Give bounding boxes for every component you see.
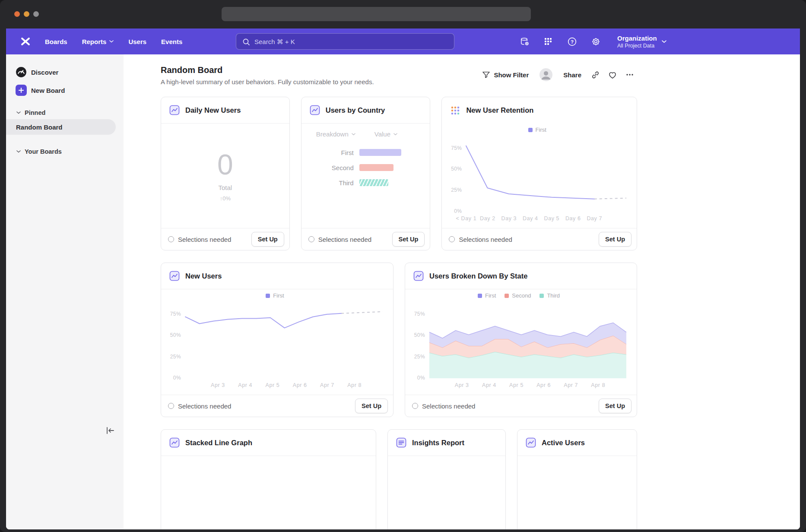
chevron-down-icon [662,40,666,43]
sidebar-item-random-board[interactable]: Random Board [6,119,116,135]
page-subtitle: A high-level summary of user behaviors. … [161,78,374,86]
bar-row: Third [301,179,430,186]
x-axis-label: Day 2 [480,215,495,222]
board-actions: Show Filter Share [479,67,637,86]
y-axis-label: 50% [447,166,462,172]
bar-row: Second [301,164,430,171]
sidebar-section-your-boards[interactable]: Your Boards [6,145,124,158]
card-title: Insights Report [412,439,464,447]
discover-label: Discover [31,69,58,76]
help-button[interactable]: ? [565,34,579,49]
selections-needed: Selections needed [168,236,231,243]
x-axis-label: Day 6 [565,215,581,222]
org-switcher[interactable]: Organization All Project Data [617,35,666,49]
sidebar-section-pinned[interactable]: Pinned [6,106,124,119]
window-minimize-button[interactable] [24,11,29,17]
copy-link-button[interactable] [588,67,603,82]
nav-reports[interactable]: Reports [75,28,121,54]
y-axis-label: 0% [447,208,462,214]
set-up-button[interactable]: Set Up [355,399,388,413]
chart-canvas [447,124,627,225]
mixpanel-logo-icon[interactable] [20,36,31,47]
chart-legend: First [166,292,384,299]
legend-item: First [528,127,546,133]
x-axis-label: Day 4 [523,215,538,222]
apps-grid-button[interactable] [541,34,555,49]
chart-legend: First [447,127,627,133]
settings-button[interactable] [588,34,603,49]
legend-item: First [266,292,284,299]
card-title: Active Users [542,439,585,447]
data-management-button[interactable] [517,34,532,49]
org-project: All Project Data [617,43,657,49]
circle-icon [168,403,174,409]
kpi-value: 0 [217,150,233,179]
card-stacked-line-graph: Stacked Line Graph [161,429,376,529]
selections-needed-label: Selections needed [459,236,512,243]
legend-item: Second [505,292,531,299]
legend-item: First [478,292,496,299]
global-search[interactable] [236,33,454,50]
set-up-button[interactable]: Set Up [392,232,425,247]
x-axis-label: Day 7 [587,215,602,222]
browser-url-bar[interactable] [222,7,531,21]
search-input[interactable] [236,34,454,49]
x-axis-label: < Day 1 [456,215,477,222]
share-button[interactable]: Share [559,67,585,82]
chevron-down-icon [16,150,21,153]
show-filter-button[interactable]: Show Filter [479,67,533,82]
your-boards-label: Your Boards [25,148,62,155]
chart-canvas [166,290,384,392]
grid-icon [544,37,552,46]
avatar[interactable] [539,68,552,81]
bar-label: Third [301,179,359,187]
value-dropdown[interactable]: Value [374,130,397,138]
nav-events[interactable]: Events [154,28,190,54]
new-board-label: New Board [31,87,65,94]
more-options-button[interactable] [622,67,637,82]
selections-needed: Selections needed [449,236,512,243]
x-axis-label: Day 5 [544,215,560,222]
org-name: Organization [617,35,657,42]
x-axis-label: Day 3 [501,215,517,222]
window-zoom-button[interactable] [33,11,39,17]
nav-boards[interactable]: Boards [38,28,75,54]
nav-users-label: Users [128,38,146,45]
chart-legend: FirstSecondThird [410,292,627,299]
chart-canvas [410,290,627,392]
selections-needed-label: Selections needed [318,236,371,243]
window-close-button[interactable] [14,11,20,17]
circle-icon [449,236,455,242]
sidebar-collapse-button[interactable] [104,424,117,437]
line-chart-icon [169,437,180,448]
sidebar-item-new-board[interactable]: New Board [6,81,124,99]
legend-swatch [505,294,509,298]
line-chart-icon [413,271,424,281]
set-up-button[interactable]: Set Up [599,399,631,413]
nav-users[interactable]: Users [121,28,154,54]
selections-needed: Selections needed [412,402,475,410]
selections-needed-label: Selections needed [178,402,231,410]
favorite-button[interactable] [605,67,620,82]
line-chart-icon [526,437,536,448]
card-title: New Users [185,272,222,280]
set-up-button[interactable]: Set Up [251,232,284,247]
traffic-lights [14,11,39,17]
nav-boards-label: Boards [45,38,67,45]
line-chart-icon [169,105,180,115]
breakdown-dropdown[interactable]: Breakdown [316,130,355,138]
x-axis-label: Apr 5 [509,382,524,388]
y-axis-label: 50% [166,332,181,338]
y-axis-label: 25% [166,354,181,360]
window-titlebar [0,0,806,28]
svg-text:?: ? [571,39,574,44]
ellipsis-icon [625,70,634,79]
set-up-button[interactable]: Set Up [599,232,631,247]
bar-third [359,179,388,186]
legend-swatch [528,128,533,132]
circle-icon [412,403,418,409]
retention-grid-icon [450,105,460,116]
sidebar-item-discover[interactable]: Discover [6,63,124,81]
page-title: Random Board [161,65,374,75]
app-frame: Boards Reports Users Events [6,28,800,529]
